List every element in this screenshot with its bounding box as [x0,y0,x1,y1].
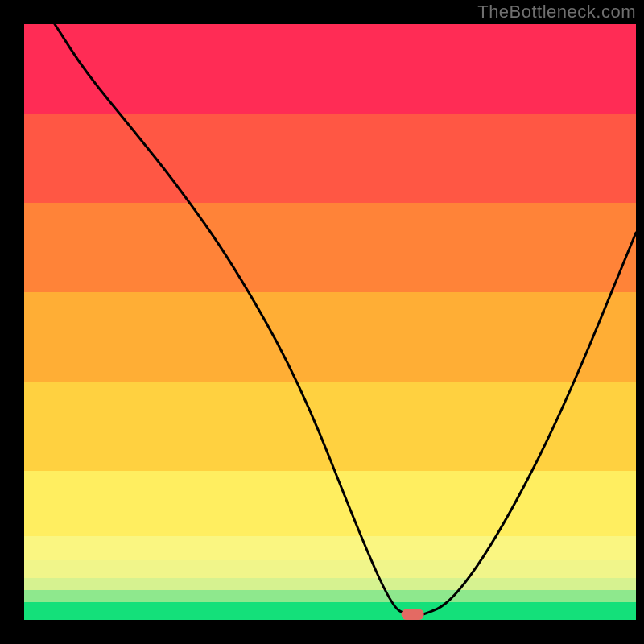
svg-rect-1 [0,620,644,644]
svg-rect-3 [636,0,644,644]
svg-rect-2 [0,0,24,644]
bottleneck-chart [0,0,644,644]
chart-frame: TheBottleneck.com [0,0,644,644]
plot-background [24,24,636,620]
optimal-marker [402,609,424,620]
watermark-text: TheBottleneck.com [477,2,636,23]
